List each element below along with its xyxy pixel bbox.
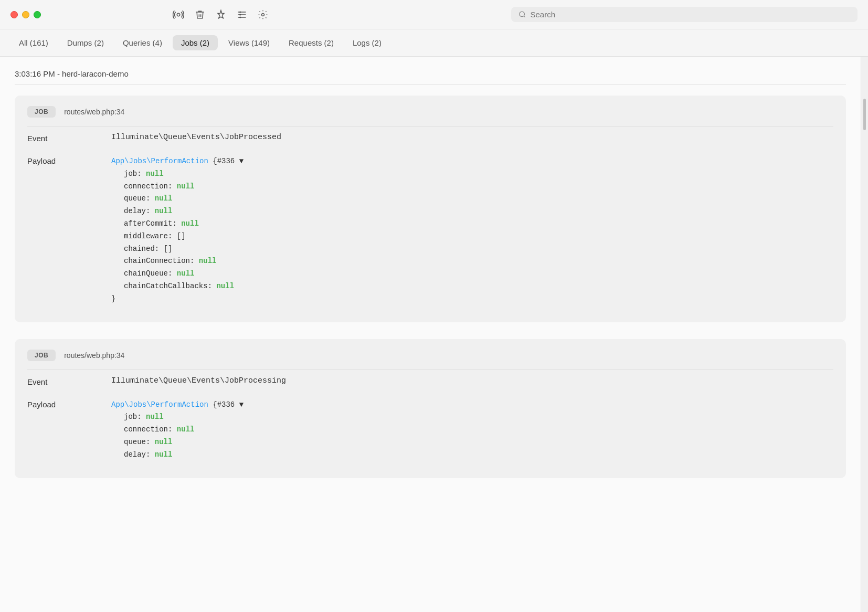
job-source-1: routes/web.php:34	[64, 108, 124, 116]
object-ref-1: {#336 ▼	[213, 157, 244, 165]
minimize-button[interactable]	[22, 11, 29, 18]
close-button[interactable]	[10, 11, 18, 18]
scrollbar-thumb[interactable]	[863, 99, 866, 130]
trash-icon[interactable]	[195, 9, 205, 20]
payload-block-1: Payload App\Jobs\PerformAction {#336 ▼ j…	[27, 149, 833, 312]
field-queue-1: null	[155, 194, 173, 203]
field-delay-1: null	[155, 207, 173, 215]
payload-code-2: App\Jobs\PerformAction {#336 ▼ job: null…	[111, 399, 244, 461]
content-area: 3:03:16 PM - herd-laracon-demo JOB route…	[0, 57, 861, 612]
svg-point-8	[520, 12, 525, 17]
job-badge-1: JOB	[27, 106, 56, 118]
job-card-1: JOB routes/web.php:34 Event Illuminate\Q…	[15, 96, 846, 322]
job-event-row-1: Event Illuminate\Queue\Events\JobProcess…	[27, 126, 833, 149]
timestamp-header: 3:03:16 PM - herd-laracon-demo	[15, 69, 846, 85]
svg-line-9	[524, 16, 525, 17]
tab-requests[interactable]: Requests (2)	[280, 35, 342, 50]
scrollbar-track[interactable]	[861, 57, 868, 612]
toolbar-icons	[173, 9, 268, 20]
payload-code-1: App\Jobs\PerformAction {#336 ▼ job: null…	[111, 155, 244, 305]
field-delay-2: null	[155, 450, 173, 459]
titlebar	[0, 0, 868, 29]
field-job-2: null	[146, 413, 164, 421]
tab-jobs[interactable]: Jobs (2)	[173, 35, 218, 50]
broadcast-icon[interactable]	[173, 9, 184, 20]
event-label-1: Event	[27, 133, 111, 143]
field-chained-1: []	[164, 245, 173, 253]
search-input[interactable]	[530, 10, 850, 19]
event-label-2: Event	[27, 376, 111, 386]
field-job-1: null	[146, 170, 164, 178]
field-chainconnection-1: null	[199, 257, 217, 265]
maximize-button[interactable]	[34, 11, 41, 18]
tab-dumps[interactable]: Dumps (2)	[59, 35, 112, 50]
search-bar[interactable]	[511, 7, 858, 22]
field-connection-2: null	[177, 425, 195, 434]
svg-point-5	[240, 14, 241, 15]
gear-icon[interactable]	[258, 9, 268, 20]
svg-point-4	[240, 12, 241, 13]
tab-logs[interactable]: Logs (2)	[344, 35, 390, 50]
search-icon	[518, 10, 526, 18]
event-value-1: Illuminate\Queue\Events\JobProcessed	[111, 133, 281, 142]
field-chainqueue-1: null	[177, 269, 195, 278]
job-card-2: JOB routes/web.php:34 Event Illuminate\Q…	[15, 339, 846, 478]
svg-point-7	[262, 13, 264, 16]
traffic-lights	[10, 11, 41, 18]
field-chaincatchcallbacks-1: null	[216, 282, 234, 290]
job-card-2-header: JOB routes/web.php:34	[27, 350, 833, 361]
field-connection-1: null	[177, 182, 195, 191]
job-source-2: routes/web.php:34	[64, 351, 124, 360]
tabs-bar: All (161) Dumps (2) Queries (4) Jobs (2)…	[0, 29, 868, 57]
job-badge-2: JOB	[27, 350, 56, 361]
class-name-1[interactable]: App\Jobs\PerformAction	[111, 157, 208, 165]
pin-icon[interactable]	[216, 9, 226, 20]
field-queue-2: null	[155, 438, 173, 446]
tab-queries[interactable]: Queries (4)	[114, 35, 171, 50]
class-name-2[interactable]: App\Jobs\PerformAction	[111, 400, 208, 409]
job-card-1-header: JOB routes/web.php:34	[27, 106, 833, 118]
field-middleware-1: []	[177, 232, 186, 240]
job-event-row-2: Event Illuminate\Queue\Events\JobProcess…	[27, 370, 833, 393]
svg-point-6	[240, 17, 241, 18]
event-value-2: Illuminate\Queue\Events\JobProcessing	[111, 376, 286, 385]
object-ref-2: {#336 ▼	[213, 400, 244, 409]
list-icon[interactable]	[237, 9, 247, 20]
payload-label-2: Payload	[27, 399, 111, 409]
main-content: 3:03:16 PM - herd-laracon-demo JOB route…	[0, 57, 868, 612]
svg-point-0	[177, 13, 181, 16]
payload-label-1: Payload	[27, 155, 111, 165]
field-aftercommit-1: null	[181, 219, 199, 228]
tab-views[interactable]: Views (149)	[220, 35, 278, 50]
payload-block-2: Payload App\Jobs\PerformAction {#336 ▼ j…	[27, 393, 833, 468]
tab-all[interactable]: All (161)	[10, 35, 57, 50]
